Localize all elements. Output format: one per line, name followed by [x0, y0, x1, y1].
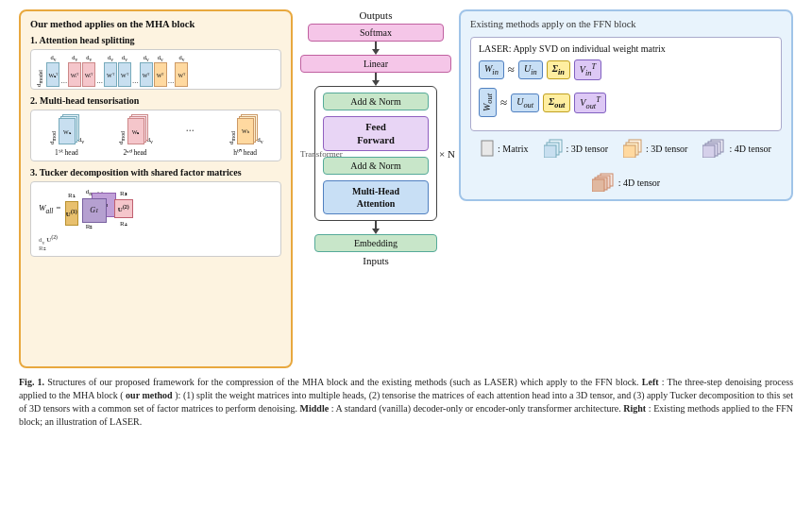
uout-matrix: Uout [511, 93, 539, 112]
win-matrix: Win [479, 60, 504, 79]
win-label: Win [484, 63, 499, 74]
dots4: ··· [168, 77, 175, 87]
tensor-stack-2: W₂ [127, 114, 146, 144]
d1-label: dv [50, 54, 56, 62]
approx-wout: ≈ [500, 95, 507, 110]
tucker-viz: Wall = R₁ U(1) dmodel Gh G1 [30, 181, 281, 257]
figure-container: Our method applies on the MHA block 1. A… [19, 9, 793, 429]
left-panel-title: Our method applies on the MHA block [30, 19, 281, 29]
w-block-7: dv Wᵀ [154, 54, 167, 87]
sigma-in-label: Σin [552, 63, 565, 74]
wall-label: Wall = [39, 203, 61, 215]
linear-label: Linear [364, 59, 388, 69]
head2-block: dmod W₂ dv 2ⁿᵈ head [117, 114, 153, 157]
transformer-bracket: Add & Norm FeedForward Add & Norm Multi-… [314, 86, 437, 221]
headh-label: hᵗʰ head [233, 148, 257, 157]
dots3: ··· [132, 77, 139, 87]
dmodh-label: dmod [228, 131, 236, 144]
mht-viz: dmod W₁ dv 1ˢᵗ head [30, 110, 281, 161]
vout-matrix: VoutT [574, 93, 605, 113]
tensor4d-1-icon [702, 139, 725, 158]
r3-label: R₃ [120, 190, 127, 197]
approx-win: ≈ [508, 62, 515, 77]
r2-left: R₂ [86, 223, 93, 230]
add-norm2-box: Add & Norm [323, 157, 429, 175]
tensor3d-1-icon [544, 139, 563, 158]
uin-matrix: Uin [518, 60, 543, 79]
layer1-h: Wh [237, 118, 254, 144]
inputs-label: Inputs [363, 255, 389, 266]
embedding-label: Embedding [354, 238, 398, 248]
svg-rect-6 [623, 145, 635, 158]
uout-label: Uout [516, 96, 533, 107]
svg-rect-14 [592, 179, 604, 192]
softmax-label: Softmax [360, 27, 392, 38]
caption-left-label: Left [642, 377, 659, 387]
r4-label: R₄ [120, 220, 127, 228]
d6-label: dv [144, 54, 149, 62]
left-panel: Our method applies on the MHA block 1. A… [19, 9, 293, 368]
head1-block: dmod W₁ dv 1ˢᵗ head [48, 114, 84, 157]
dmod1-label: dmod [48, 131, 57, 144]
diagram-area: Our method applies on the MHA block 1. A… [19, 9, 793, 368]
right-panel-title: Existing methods apply on the FFN block [470, 19, 782, 29]
legend-area: : Matrix : 3D tensor : [470, 139, 782, 192]
legend-tensor4d-2: : 4D tensor [592, 173, 660, 192]
add-norm2-label: Add & Norm [350, 161, 400, 171]
headh-block: dmod Wh dv hᵗʰ head [228, 114, 263, 157]
w2-rect: Wᵢᵀ [68, 62, 81, 87]
head-blocks-row: dmod W₁ dv 1ˢᵗ head [37, 114, 275, 157]
multi-head-label: Multi-HeadAttention [352, 186, 399, 209]
laser-title: LASER: Apply SVD on individual weight ma… [479, 43, 773, 54]
add-norm1-label: Add & Norm [350, 96, 400, 107]
head2-label: 2ⁿᵈ head [123, 148, 146, 157]
dmodel-label: dmodel [35, 70, 43, 87]
r1-label: R₁ [68, 192, 76, 199]
g1-core: G1 [82, 198, 107, 223]
d5-label: dv [122, 54, 127, 62]
legend-tensor3d-2: : 3D tensor [623, 139, 687, 158]
multi-head-box: Multi-HeadAttention [323, 180, 429, 214]
svg-rect-3 [544, 145, 556, 158]
tensor4d-2-legend-label: : 4D tensor [618, 178, 660, 188]
vout-label: VoutT [580, 97, 600, 108]
center-panel: Outputs Softmax Linear Transformer [300, 9, 451, 266]
u2-matrix: U(2) [114, 199, 133, 218]
arrow-softmax-linear [372, 42, 380, 55]
arrow-transformer-embedding [372, 221, 380, 234]
core-stacked: Gh G1 [82, 198, 107, 223]
r2-labels: R₂ [82, 223, 107, 230]
layer1-2: W₂ [127, 118, 144, 144]
legend-tensor4d-1: : 4D tensor [702, 139, 770, 158]
w4-rect: Wᵀ [104, 62, 117, 87]
r2-bottom-label: R₂ [39, 245, 275, 252]
w6-rect: Wᵀ [140, 62, 153, 87]
r1-factor: R₁ U(1) [65, 192, 78, 226]
headh-tensor: dmod Wh dv [228, 114, 263, 144]
sigma-out-matrix: Σout [543, 93, 570, 112]
dots2: ··· [96, 77, 103, 87]
w-block-2: dv Wᵢᵀ [68, 54, 81, 87]
d7-label: dv [158, 54, 163, 62]
tensor-stack-h: Wh [237, 114, 256, 144]
head-splitting-viz: dmodel dv W₁ᵀ ··· dv Wᵢᵀ dv Wᵢᵀ [30, 49, 281, 90]
caption-our-method: our method [126, 390, 173, 400]
svd-row-wout: Wout ≈ Uout Σout VoutT [479, 88, 773, 117]
d3-label: dv [86, 54, 92, 62]
head1-tensor: dmod W₁ dv [48, 114, 84, 144]
w8-rect: Wᵀ [175, 62, 188, 87]
section3-label: 3. Tucker decomposition with shared fact… [30, 167, 281, 178]
vin-label: VinT [580, 64, 596, 75]
caption-right-label: Right [623, 403, 646, 414]
d8-label: dv [178, 54, 184, 62]
tensor4d-1-legend-label: : 4D tensor [729, 144, 770, 154]
uin-label: Uin [524, 63, 537, 74]
matrix-icon [481, 140, 494, 157]
w-block-4: dv Wᵀ [104, 54, 117, 87]
linear-box: Linear [300, 55, 451, 73]
core-group: dmodel Gh G1 R₂ [82, 188, 107, 229]
transformer-wrapper: Transformer Add & Norm FeedForward Add &… [300, 86, 451, 221]
right-panel: Existing methods apply on the FFN block … [459, 9, 793, 201]
u1-matrix: U(1) [65, 201, 78, 226]
tensor3d-2-icon [623, 139, 642, 158]
